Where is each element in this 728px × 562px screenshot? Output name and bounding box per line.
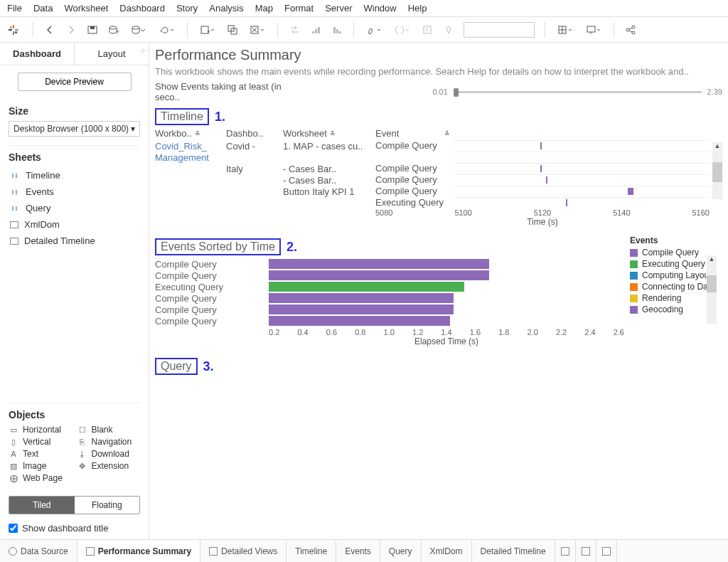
svg-rect-7 <box>90 26 95 29</box>
svg-text:+: + <box>116 28 119 36</box>
object-blank[interactable]: ☐Blank <box>77 425 141 435</box>
save-button[interactable] <box>83 21 102 39</box>
find-input[interactable] <box>464 22 535 38</box>
sheet-timeline[interactable]: ⫾⫾Timeline <box>9 167 140 184</box>
new-data-source-button[interactable]: + <box>105 21 123 39</box>
forward-button[interactable] <box>62 21 80 39</box>
svg-rect-22 <box>336 29 338 33</box>
timeline-row[interactable]: - Cases Bar..Compile Query <box>155 174 722 186</box>
svg-rect-21 <box>333 27 336 33</box>
menu-story[interactable]: Story <box>176 3 198 14</box>
legend-swatch-icon <box>630 283 638 291</box>
svg-rect-2 <box>9 29 12 31</box>
menu-file[interactable]: File <box>7 3 22 14</box>
menu-map[interactable]: Map <box>255 3 273 14</box>
tab-timeline[interactable]: Timeline <box>287 540 336 562</box>
object-extension[interactable]: ✥Extension <box>77 461 141 471</box>
new-worksheet-icon <box>561 547 569 556</box>
events-threshold-slider[interactable] <box>454 91 702 93</box>
new-story-tab-button[interactable] <box>596 540 617 562</box>
menu-dashboard[interactable]: Dashboard <box>119 3 165 14</box>
tab-xmldom[interactable]: XmlDom <box>422 540 472 562</box>
tab-query[interactable]: Query <box>380 540 422 562</box>
menu-format[interactable]: Format <box>284 3 314 14</box>
events-x-axis-label: Elapsed Time (s) <box>269 336 624 346</box>
menu-server[interactable]: Server <box>325 3 352 14</box>
swap-button[interactable] <box>285 21 304 39</box>
object-image[interactable]: ▧Image <box>9 461 72 471</box>
tab-data-source[interactable]: Data Source <box>0 540 77 562</box>
object-webpage[interactable]: ⨁Web Page <box>9 473 72 483</box>
back-button[interactable] <box>41 21 59 39</box>
group-button[interactable] <box>390 21 415 39</box>
timeline-row[interactable]: Button Italy KPI 1Compile Query <box>155 186 722 197</box>
new-worksheet-button[interactable]: + <box>195 21 220 39</box>
sheet-events[interactable]: ⫾⫾Events <box>9 184 140 200</box>
sheet-detailed-timeline[interactable]: Detailed Timeline <box>9 233 140 249</box>
sort-asc-button[interactable] <box>306 21 325 39</box>
tab-detailed-timeline[interactable]: Detailed Timeline <box>472 540 555 562</box>
new-worksheet-tab-button[interactable] <box>555 540 576 562</box>
share-button[interactable] <box>621 21 640 39</box>
show-mark-labels-button[interactable]: T <box>418 21 437 39</box>
events-bar-row[interactable]: Compile Query <box>155 315 627 327</box>
timeline-row[interactable]: Italy- Cases Bar..Compile Query <box>155 163 722 174</box>
size-dropdown[interactable]: Desktop Browser (1000 x 800) ▾ <box>9 121 140 137</box>
tab-layout[interactable]: Layout ⁘ <box>75 43 149 65</box>
new-dashboard-tab-button[interactable] <box>576 540 596 562</box>
presentation-mode-button[interactable] <box>581 21 606 39</box>
object-vertical[interactable]: ▯Vertical <box>9 437 72 447</box>
timeline-row[interactable]: Covid_Risk_Covid -1. MAP - cases cu..Com… <box>155 140 722 152</box>
menubar: File Data Worksheet Dashboard Story Anal… <box>0 0 728 17</box>
fit-button[interactable] <box>552 21 578 39</box>
svg-rect-3 <box>15 29 18 31</box>
tab-events[interactable]: Events <box>336 540 380 562</box>
menu-data[interactable]: Data <box>33 3 53 14</box>
svg-rect-4 <box>9 26 12 28</box>
refresh-button[interactable] <box>154 21 180 39</box>
timeline-scrollbar[interactable]: ▲ <box>712 142 722 199</box>
tab-detailed-views[interactable]: Detailed Views <box>200 540 287 562</box>
menu-worksheet[interactable]: Worksheet <box>64 3 108 14</box>
dashboard-icon <box>209 547 218 556</box>
device-preview-button[interactable]: Device Preview <box>18 73 132 91</box>
show-dashboard-title-checkbox[interactable]: Show dashboard title <box>0 520 149 541</box>
timeline-heading: Timeline <box>155 108 209 125</box>
sheet-xmldom[interactable]: XmlDom <box>9 216 140 233</box>
menu-analysis[interactable]: Analysis <box>209 3 243 14</box>
duplicate-button[interactable] <box>223 21 242 39</box>
timeline-body: Covid_Risk_Covid -1. MAP - cases cu..Com… <box>155 140 722 208</box>
menu-window[interactable]: Window <box>363 3 396 14</box>
sort-desc-button[interactable] <box>328 21 346 39</box>
clear-button[interactable] <box>245 21 270 39</box>
tableau-logo-icon[interactable] <box>6 22 21 38</box>
annotation-2: 2. <box>287 240 297 255</box>
pause-auto-updates-button[interactable] <box>126 21 151 39</box>
object-text[interactable]: AText <box>9 449 72 459</box>
pin-axis-button[interactable] <box>439 21 458 39</box>
events-scrollbar[interactable]: ▲ <box>707 255 717 324</box>
object-navigation[interactable]: ⎘Navigation <box>77 437 141 447</box>
events-bar-row[interactable]: Compile Query <box>155 292 627 304</box>
events-bar-row[interactable]: Compile Query <box>155 304 627 315</box>
object-horizontal[interactable]: ▭Horizontal <box>9 425 72 435</box>
timeline-x-axis-label: Time (s) <box>375 217 710 227</box>
timeline-row[interactable]: Executing Query <box>155 197 722 208</box>
events-bar-row[interactable]: Compile Query <box>155 270 627 281</box>
menu-help[interactable]: Help <box>408 3 427 14</box>
sheet-query[interactable]: ⫾⫾Query <box>9 200 140 216</box>
tiled-button[interactable]: Tiled <box>9 497 75 514</box>
tab-dashboard[interactable]: Dashboard <box>0 43 75 65</box>
events-bar-row[interactable]: Compile Query <box>155 258 627 270</box>
svg-rect-20 <box>318 27 320 33</box>
svg-point-32 <box>632 26 635 28</box>
timeline-row[interactable]: Management <box>155 152 722 163</box>
legend-swatch-icon <box>630 295 638 302</box>
highlight-button[interactable] <box>361 21 387 39</box>
blank-icon: ☐ <box>77 425 87 434</box>
legend-swatch-icon <box>630 272 638 280</box>
tab-performance-summary[interactable]: Performance Summary <box>77 540 200 562</box>
floating-button[interactable]: Floating <box>75 497 140 514</box>
events-bar-row[interactable]: Executing Query <box>155 281 627 292</box>
object-download[interactable]: ⭳Download <box>77 449 141 459</box>
